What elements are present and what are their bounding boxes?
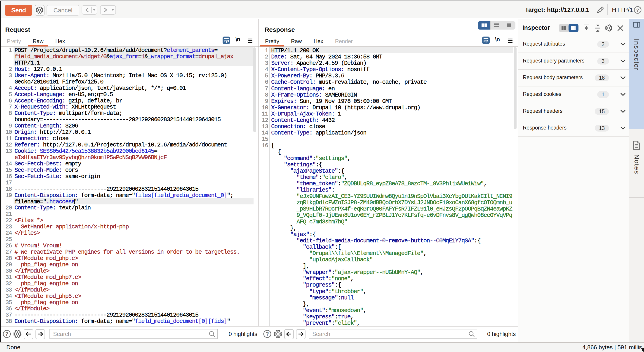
svg-text:?: ? [5, 331, 8, 337]
svg-text:?: ? [266, 331, 269, 337]
svg-text:?: ? [636, 7, 639, 13]
